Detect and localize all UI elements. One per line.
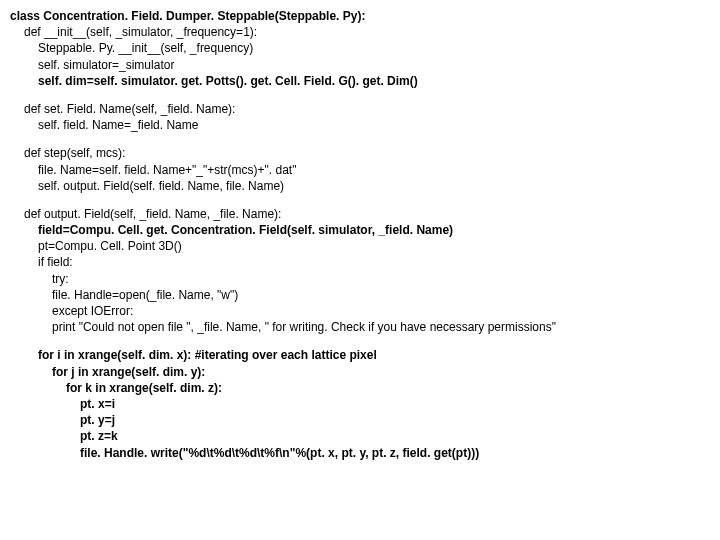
code-line: self. dim=self. simulator. get. Potts().…	[10, 73, 710, 89]
code-line: for i in xrange(self. dim. x): #iteratin…	[10, 347, 710, 363]
code-line: file. Name=self. field. Name+"_"+str(mcs…	[10, 162, 710, 178]
code-line: if field:	[10, 254, 710, 270]
code-line: for k in xrange(self. dim. z):	[10, 380, 710, 396]
code-line: try:	[10, 271, 710, 287]
code-line: Steppable. Py. __init__(self, _frequency…	[10, 40, 710, 56]
code-line: field=Compu. Cell. get. Concentration. F…	[10, 222, 710, 238]
code-line: def step(self, mcs):	[10, 145, 710, 161]
code-line: def set. Field. Name(self, _field. Name)…	[10, 101, 710, 117]
code-line: pt. z=k	[10, 428, 710, 444]
code-line: self. field. Name=_field. Name	[10, 117, 710, 133]
code-line: pt. y=j	[10, 412, 710, 428]
code-line: for j in xrange(self. dim. y):	[10, 364, 710, 380]
code-line: def output. Field(self, _field. Name, _f…	[10, 206, 710, 222]
code-line: pt. x=i	[10, 396, 710, 412]
code-line: self. simulator=_simulator	[10, 57, 710, 73]
code-line: class Concentration. Field. Dumper. Step…	[10, 8, 710, 24]
code-line: def __init__(self, _simulator, _frequenc…	[10, 24, 710, 40]
code-line: pt=Compu. Cell. Point 3D()	[10, 238, 710, 254]
code-line: print "Could not open file ", _file. Nam…	[10, 319, 710, 335]
code-line: file. Handle. write("%d\t%d\t%d\t%f\n"%(…	[10, 445, 710, 461]
code-line: file. Handle=open(_file. Name, "w")	[10, 287, 710, 303]
code-line: except IOError:	[10, 303, 710, 319]
code-line: self. output. Field(self. field. Name, f…	[10, 178, 710, 194]
